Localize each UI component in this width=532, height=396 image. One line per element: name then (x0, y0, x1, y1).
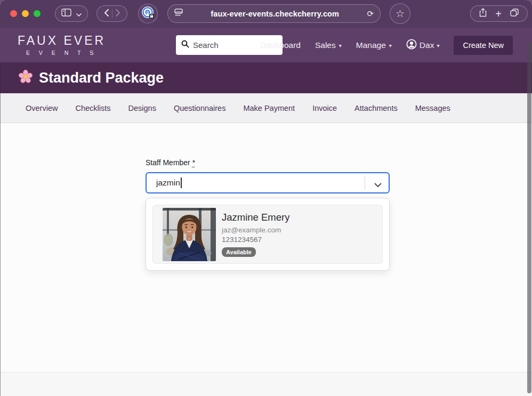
browser-toolbar: faux-ever-events.checkcherry.com ⟳ ☆ + (0, 0, 532, 28)
tab-invoice[interactable]: Invoice (312, 104, 337, 112)
required-marker: * (192, 158, 195, 167)
staff-option-jazmine-emery[interactable]: Jazmine Emery jaz@example.com 1231234567… (152, 205, 383, 264)
forward-button[interactable] (116, 9, 120, 19)
toolbar-right-group: + (470, 5, 528, 22)
user-menu-dropdown[interactable]: Dax ▾ (406, 39, 440, 52)
reload-icon[interactable]: ⟳ (367, 10, 374, 18)
flower-icon (18, 69, 33, 86)
tab-messages[interactable]: Messages (415, 104, 450, 112)
staff-details: Jazmine Emery jaz@example.com 1231234567… (222, 212, 289, 257)
password-manager-extension-button[interactable] (138, 4, 158, 23)
staff-member-combobox[interactable]: jazmin (146, 172, 390, 193)
person-circle-icon (406, 39, 417, 52)
share-button[interactable] (479, 8, 487, 19)
status-badge: Available (222, 247, 256, 257)
zoom-window-button[interactable] (34, 10, 41, 17)
url-text: faux-ever-events.checkcherry.com (183, 10, 367, 18)
caret-down-icon: ▾ (339, 42, 342, 49)
chevron-down-icon[interactable] (374, 180, 382, 190)
page-title-bar: Standard Package (0, 62, 532, 93)
header-nav: Dashboard Sales ▾ Manage ▾ Dax ▾ Create … (260, 28, 513, 62)
tab-questionnaires[interactable]: Questionnaires (174, 104, 226, 112)
window-left-edge (0, 62, 1, 396)
tab-checklists[interactable]: Checklists (75, 104, 110, 112)
create-new-button[interactable]: Create New (454, 36, 513, 55)
chevron-down-icon (76, 9, 82, 19)
nav-sales-dropdown[interactable]: Sales ▾ (315, 41, 342, 50)
tab-attachments[interactable]: Attachments (354, 104, 398, 112)
tab-designs[interactable]: Designs (128, 104, 156, 112)
nav-dashboard[interactable]: Dashboard (260, 41, 301, 50)
logo-line2: E V E N T S (18, 50, 106, 56)
sidebar-icon (61, 9, 71, 19)
divider (365, 176, 365, 190)
star-icon: ☆ (396, 7, 405, 20)
page-settings-icon[interactable] (174, 9, 183, 19)
caret-down-icon: ▾ (389, 42, 392, 49)
caret-down-icon: ▾ (437, 42, 439, 49)
minimize-window-button[interactable] (22, 10, 29, 17)
search-icon (181, 40, 189, 50)
new-tab-button[interactable]: + (495, 9, 502, 19)
user-name-label: Dax (420, 41, 434, 50)
logo-line1: FAUX EVER (18, 34, 106, 48)
browser-window: faux-ever-events.checkcherry.com ⟳ ☆ + F… (0, 0, 532, 396)
page-footer (0, 372, 532, 396)
text-cursor (181, 177, 182, 188)
main-content: Staff Member * jazmin (0, 124, 532, 372)
staff-photo (163, 208, 216, 261)
tab-overview[interactable]: Overview (26, 104, 58, 112)
nav-manage-dropdown[interactable]: Manage ▾ (356, 41, 392, 50)
staff-name: Jazmine Emery (222, 212, 289, 223)
address-bar[interactable]: faux-ever-events.checkcherry.com ⟳ (167, 4, 381, 23)
close-window-button[interactable] (10, 10, 17, 17)
nav-sales-label: Sales (315, 41, 336, 50)
nav-manage-label: Manage (356, 41, 386, 50)
staff-member-label: Staff Member * (146, 158, 195, 167)
package-tab-bar: Overview Checklists Designs Questionnair… (0, 93, 532, 123)
site-header: FAUX EVER E V E N T S Search Dashboard S… (0, 28, 532, 62)
staff-member-input-value: jazmin (156, 178, 180, 188)
traffic-lights (10, 10, 41, 17)
bookmark-star-button[interactable]: ☆ (390, 3, 410, 24)
nav-dashboard-label: Dashboard (260, 41, 301, 50)
divider (112, 10, 112, 18)
back-button[interactable] (104, 9, 109, 19)
tab-overview-button[interactable] (510, 9, 519, 19)
onepassword-icon (141, 5, 155, 22)
staff-member-label-text: Staff Member (146, 158, 190, 167)
page-title: Standard Package (39, 70, 164, 86)
search-placeholder: Search (193, 41, 219, 50)
history-nav-buttons (96, 5, 127, 22)
staff-phone: 1231234567 (222, 236, 262, 244)
vertical-scrollbar[interactable] (527, 42, 531, 393)
sidebar-toggle-button[interactable] (55, 5, 88, 22)
staff-suggestions-panel: Jazmine Emery jaz@example.com 1231234567… (146, 198, 390, 271)
staff-email: jaz@example.com (222, 226, 281, 234)
tab-make-payment[interactable]: Make Payment (243, 104, 295, 112)
site-logo[interactable]: FAUX EVER E V E N T S (18, 34, 106, 56)
